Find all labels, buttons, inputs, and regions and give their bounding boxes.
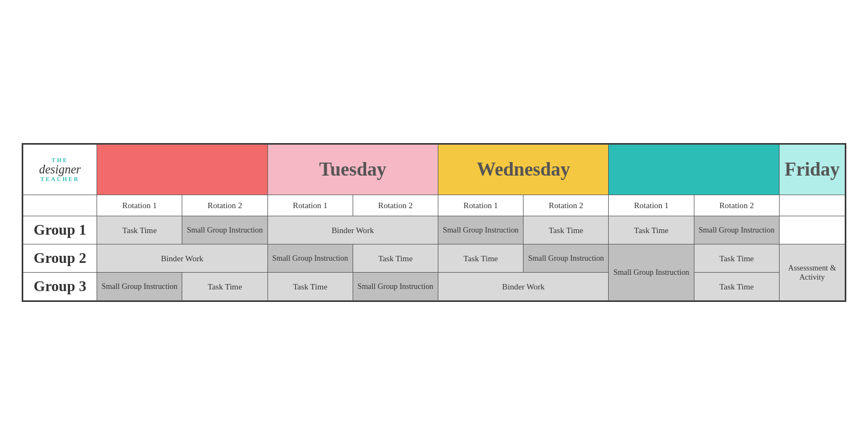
g2-tue-r1: Small Group Instruction [267, 244, 353, 273]
thursday-header: Thursday [609, 145, 779, 195]
thu-rot2-header: Rotation 2 [694, 195, 779, 216]
logo-cell: THE designer TEACHER [23, 145, 97, 195]
g3-tue-r2: Small Group Instruction [353, 273, 438, 301]
g3-thu-r2: Task Time [694, 273, 779, 301]
g2-thu-span: Small Group Instruction [609, 244, 694, 301]
tue-rot2-header: Rotation 2 [353, 195, 438, 216]
g1-wed-r2: Task Time [524, 216, 609, 244]
g1-thu-r2: Small Group Instruction [694, 216, 779, 244]
g1-thu-r1: Task Time [609, 216, 694, 244]
g3-mon-r1: Small Group Instruction [97, 273, 182, 301]
g1-wed-r1: Small Group Instruction [438, 216, 524, 244]
logo-teacher: TEACHER [40, 176, 79, 182]
group2-label: Group 2 [23, 244, 97, 273]
tuesday-header: Tuesday [267, 145, 438, 195]
schedule-table: THE designer TEACHER Monday Tuesday Wedn… [22, 143, 846, 302]
friday-header: Friday [779, 145, 845, 195]
g3-mon-r2: Task Time [182, 273, 267, 301]
wednesday-label: Wednesday [441, 149, 606, 190]
monday-label: Monday [99, 149, 265, 190]
group3-label: Group 3 [23, 273, 97, 301]
wed-rot1-header: Rotation 1 [438, 195, 524, 216]
mon-rot2-header: Rotation 2 [182, 195, 267, 216]
g1-fri [779, 216, 845, 244]
tuesday-label: Tuesday [270, 149, 436, 190]
wed-rot2-header: Rotation 2 [524, 195, 609, 216]
thu-rot1-header: Rotation 1 [609, 195, 694, 216]
thursday-label: Thursday [611, 149, 776, 190]
g2-tue-r2: Task Time [353, 244, 438, 273]
g3-tue-r1: Task Time [267, 273, 353, 301]
fri-rot-header [779, 195, 845, 216]
wednesday-header: Wednesday [438, 145, 609, 195]
group1-label: Group 1 [23, 216, 97, 244]
g2-thu-r2: Task Time [694, 244, 779, 273]
rotation-label-empty [23, 195, 97, 216]
friday-label: Friday [782, 149, 843, 190]
logo-designer: designer [39, 163, 81, 177]
mon-rot1-header: Rotation 1 [97, 195, 182, 216]
g1-mon-r1: Task Time [97, 216, 182, 244]
monday-header: Monday [97, 145, 267, 195]
g2-mon-span: Binder Work [97, 244, 267, 273]
g1-mon-r2: Small Group Instruction [182, 216, 267, 244]
g3-wed-span: Binder Work [438, 273, 609, 301]
g2-wed-r1: Task Time [438, 244, 524, 273]
tue-rot1-header: Rotation 1 [267, 195, 353, 216]
fri-assessment: Assesssment & Activity [779, 244, 845, 301]
g1-tue-span: Binder Work [267, 216, 438, 244]
g2-wed-r2: Small Group Instruction [524, 244, 609, 273]
